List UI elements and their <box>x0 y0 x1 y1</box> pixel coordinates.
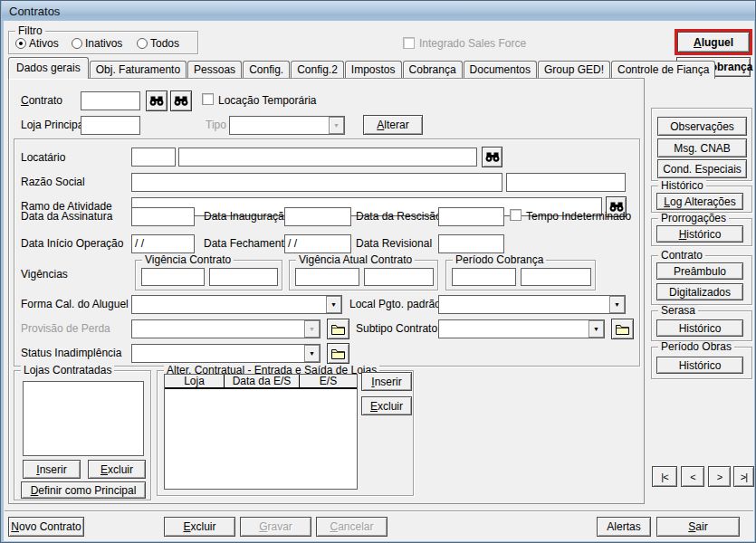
chevron-down-icon[interactable]: ▼ <box>304 345 320 362</box>
chevron-down-icon[interactable]: ▼ <box>326 296 341 313</box>
tab-dados-gerais[interactable]: Dados gerais <box>8 57 89 79</box>
contrato-search-alt-button[interactable] <box>170 90 192 111</box>
forma-cal-label: Forma Cal. do Aluguel <box>21 299 129 310</box>
nav-first-button[interactable]: |< <box>652 466 677 487</box>
contrato-label: Contrato <box>21 95 62 107</box>
locatario-codigo-input[interactable] <box>131 148 176 167</box>
contrato-search-button[interactable] <box>146 90 167 111</box>
alteracao-excluir-button[interactable]: Excluir <box>361 396 412 415</box>
data-revisional-input[interactable] <box>438 234 504 253</box>
vigencia-atual-fim-input[interactable] <box>364 268 434 286</box>
radio-inativos-label[interactable]: Inativos <box>85 38 122 50</box>
lojas-inserir-button[interactable]: Inserir <box>23 460 81 479</box>
tab-impostos[interactable]: Impostos <box>345 61 402 79</box>
loja-principal-input[interactable] <box>81 116 140 135</box>
first-record-icon: |< <box>661 472 667 482</box>
alterar-button[interactable]: Alterar <box>363 115 423 135</box>
contrato-input[interactable] <box>81 91 140 110</box>
subtipo-contrato-folder-button[interactable] <box>611 319 634 339</box>
vigencias-label: Vigências <box>21 269 68 281</box>
log-alteracoes-button[interactable]: Log Alterações <box>656 193 743 210</box>
tab-group-ged[interactable]: Group GED! <box>538 61 610 79</box>
forma-cal-select[interactable]: ▼ <box>131 295 342 314</box>
grid-header: Loja Data da E/S E/S <box>165 375 357 389</box>
local-pgto-select[interactable]: ▼ <box>438 295 626 314</box>
definir-principal-button[interactable]: Definir como Principal <box>21 481 146 499</box>
next-record-icon: > <box>717 472 722 482</box>
radio-inativos[interactable] <box>72 38 82 49</box>
tempo-indeterminado-checkbox[interactable] <box>510 209 522 221</box>
footer-divider <box>5 510 753 512</box>
razao-social-label: Razão Social <box>21 176 85 188</box>
prorrogacoes-historico-button[interactable]: Histórico <box>656 225 743 243</box>
tab-obj-faturamento[interactable]: Obj. Faturamento <box>90 61 187 79</box>
radio-ativos[interactable] <box>15 38 26 49</box>
subtipo-contrato-select[interactable]: ▼ <box>438 319 605 338</box>
entrada-saida-grid[interactable]: Loja Data da E/S E/S <box>164 374 358 490</box>
data-rescisao-input[interactable] <box>438 207 504 226</box>
historico-legend: Histórico <box>658 180 706 192</box>
cancelar-button: Cancelar <box>316 517 388 537</box>
excluir-button[interactable]: Excluir <box>164 517 235 537</box>
tab-config2[interactable]: Config.2 <box>291 61 344 79</box>
observacoes-button[interactable]: Observações <box>657 117 747 136</box>
razao-social-extra-input[interactable] <box>506 173 626 192</box>
tab-pessoas[interactable]: Pessoas <box>187 61 242 79</box>
periodo-obras-historico-button[interactable]: Histórico <box>656 357 743 374</box>
vigencia-contrato-inicio-input[interactable] <box>141 268 205 286</box>
status-inadimplencia-folder-button[interactable] <box>327 343 349 364</box>
nav-prev-button[interactable]: < <box>681 466 704 487</box>
data-fechamento-input[interactable]: / / <box>284 234 351 253</box>
novo-contrato-button[interactable]: Novo Contrato <box>8 517 84 537</box>
tab-config[interactable]: Config. <box>243 61 290 79</box>
data-fechamento-label: Data Fechamento <box>204 238 290 250</box>
data-inicio-operacao-label: Data Início Operação <box>21 238 123 250</box>
provisao-perda-folder-button[interactable] <box>327 319 349 339</box>
periodo-cobranca-fim-input[interactable] <box>521 268 591 286</box>
chevron-down-icon[interactable]: ▼ <box>589 320 604 338</box>
data-rescisao-label: Data da Rescisão <box>356 211 442 223</box>
tab-controle-fianca[interactable]: Controle de Fiança <box>611 61 715 79</box>
data-inauguracao-label: Data Inauguração <box>204 211 290 223</box>
vigencia-contrato-legend: Vigência Contrato <box>142 254 234 266</box>
aluguel-button[interactable]: Aluguel <box>677 32 750 52</box>
chevron-down-icon[interactable]: ▼ <box>609 296 625 313</box>
radio-todos[interactable] <box>137 38 148 49</box>
status-inadimplencia-select[interactable]: ▼ <box>131 344 321 363</box>
vigencia-contrato-fim-input[interactable] <box>209 268 278 286</box>
provisao-perda-label: Provisão de Perda <box>21 323 110 335</box>
serasa-historico-button[interactable]: Histórico <box>656 319 743 337</box>
gravar-button: Gravar <box>240 517 311 537</box>
radio-ativos-label[interactable]: Ativos <box>29 38 59 50</box>
binoculars-icon <box>174 96 188 106</box>
provisao-perda-select: ▼ <box>131 319 321 338</box>
msg-cnab-button[interactable]: Msg. CNAB <box>657 138 747 157</box>
digitalizados-button[interactable]: Digitalizados <box>656 283 743 300</box>
nav-next-button[interactable]: > <box>708 466 731 487</box>
locatario-nome-input[interactable] <box>178 148 477 167</box>
vigencia-atual-inicio-input[interactable] <box>295 268 359 286</box>
col-data-es: Data da E/S <box>225 375 300 387</box>
data-inauguracao-input[interactable] <box>284 207 351 226</box>
locacao-temporaria-checkbox[interactable] <box>202 93 214 105</box>
col-es: E/S <box>300 375 357 387</box>
data-assinatura-input[interactable] <box>131 207 195 226</box>
locatario-search-button[interactable] <box>482 147 502 167</box>
radio-todos-label[interactable]: Todos <box>150 38 179 50</box>
alertas-button[interactable]: Alertas <box>597 517 651 537</box>
prorrogacoes-legend: Prorrogações <box>658 213 729 224</box>
lojas-excluir-button[interactable]: Excluir <box>88 460 146 479</box>
razao-social-input[interactable] <box>131 173 502 192</box>
col-loja: Loja <box>165 375 225 387</box>
preambulo-button[interactable]: Preâmbulo <box>656 262 743 280</box>
nav-last-button[interactable]: >| <box>733 466 754 487</box>
tab-documentos[interactable]: Documentos <box>464 61 537 79</box>
data-inicio-operacao-input[interactable]: / / <box>131 234 195 253</box>
cond-especiais-button[interactable]: Cond. Especiais <box>657 159 747 178</box>
periodo-cobranca-inicio-input[interactable] <box>452 268 516 286</box>
tab-cobranca[interactable]: Cobrança <box>403 61 463 79</box>
alteracao-inserir-button[interactable]: Inserir <box>361 372 412 391</box>
lojas-listbox[interactable] <box>23 381 144 456</box>
sair-button[interactable]: Sair <box>656 517 740 537</box>
last-record-icon: >| <box>741 472 747 482</box>
